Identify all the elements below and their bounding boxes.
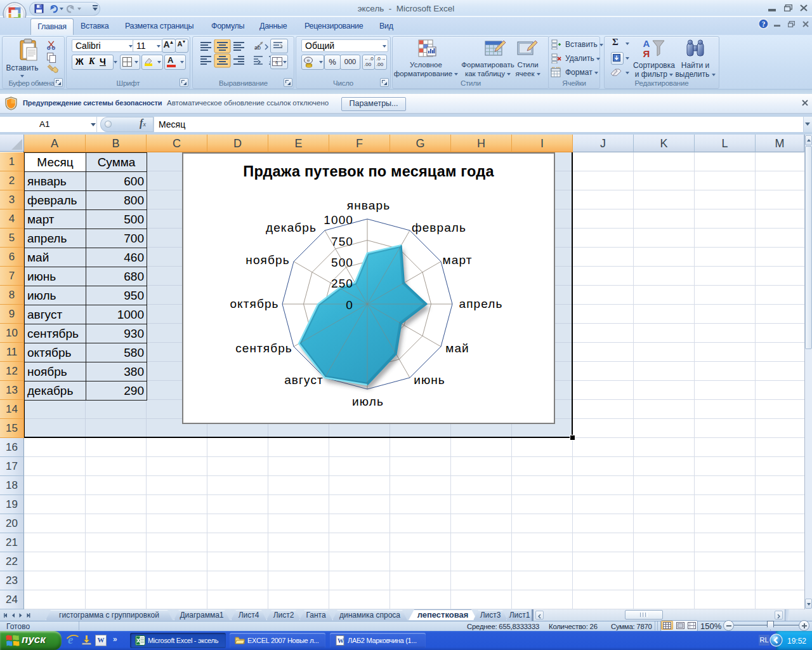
svg-text:¤: ¤ xyxy=(307,58,310,63)
svg-text:Я: Я xyxy=(643,48,650,59)
svg-text:А: А xyxy=(643,38,650,49)
svg-text:W: W xyxy=(337,637,344,644)
svg-text:a: a xyxy=(275,60,278,64)
svg-text:ab: ab xyxy=(254,44,261,51)
svg-text:?: ? xyxy=(762,20,766,28)
